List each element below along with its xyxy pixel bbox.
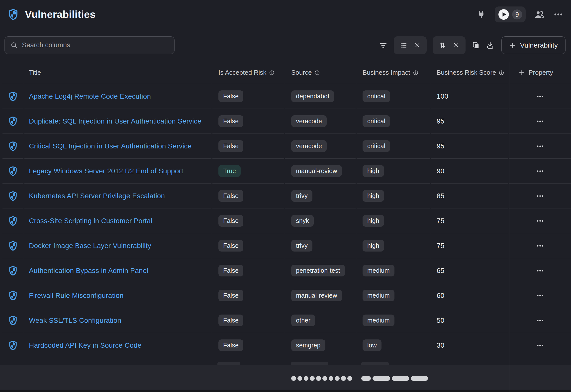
row-actions-button[interactable] [534, 215, 546, 227]
business-risk-score-value: 100 [437, 92, 448, 100]
table-row: Authentication Bypass in Admin Panel Fal… [0, 258, 571, 283]
row-actions-button[interactable] [534, 165, 546, 177]
vulnerability-title-link[interactable]: Legacy Windows Server 2012 R2 End of Sup… [29, 167, 183, 175]
business-risk-score-value: 85 [437, 192, 444, 200]
source-badge: trivy [291, 190, 312, 202]
add-property-button[interactable]: Property [509, 62, 571, 84]
add-vulnerability-button[interactable]: Vulnerability [501, 36, 566, 54]
sorting-chip [433, 36, 466, 54]
ellipsis-icon [536, 342, 544, 349]
ellipsis-icon [536, 118, 544, 125]
partial-badge [291, 362, 328, 365]
table-row: Firewall Rule Misconfiguration False man… [0, 283, 571, 308]
table-row: Legacy Windows Server 2012 R2 End of Sup… [0, 159, 571, 184]
is-accepted-risk-badge: False [218, 315, 243, 326]
row-actions-button[interactable] [534, 90, 546, 103]
row-actions-button[interactable] [534, 264, 546, 277]
plug-icon[interactable] [477, 10, 486, 19]
vulnerability-title-link[interactable]: Critical SQL Injection in User Authentic… [29, 142, 191, 150]
is-accepted-risk-badge: False [218, 265, 243, 276]
header-source: Source [285, 62, 356, 84]
property-column-divider [509, 62, 509, 392]
clear-grouping-icon[interactable] [414, 42, 421, 49]
vulnerability-title-link[interactable]: Firewall Rule Misconfiguration [29, 292, 123, 300]
row-actions-button[interactable] [534, 289, 546, 302]
page-title: Vulnerabilities [25, 9, 95, 20]
ellipsis-icon [536, 167, 544, 175]
is-accepted-risk-badge: False [218, 90, 243, 102]
is-accepted-risk-badge: True [218, 165, 241, 177]
search-input[interactable] [22, 41, 169, 49]
business-impact-badge: high [363, 165, 384, 177]
skeleton-pills [361, 376, 428, 381]
grouping-chip [394, 36, 427, 54]
row-actions-button[interactable] [534, 140, 546, 152]
business-risk-score-value: 50 [437, 317, 444, 325]
source-badge: veracode [291, 140, 327, 152]
ellipsis-icon [536, 242, 544, 250]
business-impact-badge: critical [363, 140, 390, 152]
run-count-badge: 9 [512, 9, 522, 19]
partial-row-strip [0, 358, 571, 365]
copy-icon[interactable] [472, 41, 480, 50]
vulnerability-title-link[interactable]: Authentication Bypass in Admin Panel [29, 267, 148, 275]
table-row: Hardcoded API Key in Source Code False s… [0, 333, 571, 358]
business-risk-score-value: 75 [437, 242, 444, 250]
vulnerability-title-link[interactable]: Kubernetes API Server Privilege Escalati… [29, 192, 165, 200]
plus-icon [509, 42, 516, 49]
table-row: Critical SQL Injection in User Authentic… [0, 134, 571, 159]
row-actions-button[interactable] [534, 314, 546, 327]
search-icon [10, 41, 18, 49]
business-risk-score-value: 95 [437, 142, 444, 150]
row-actions-button[interactable] [534, 115, 546, 128]
row-actions-button[interactable] [534, 339, 546, 352]
vulnerability-title-link[interactable]: Cross-Site Scripting in Customer Portal [29, 217, 152, 225]
app-header: Vulnerabilities 9 [0, 0, 571, 29]
business-impact-badge: high [363, 215, 384, 227]
info-icon[interactable] [269, 70, 275, 75]
is-accepted-risk-badge: False [218, 215, 243, 227]
clear-sorting-icon[interactable] [453, 42, 460, 49]
vulnerability-title-link[interactable]: Weak SSL/TLS Configuration [29, 317, 121, 325]
header-icon-column [2, 62, 23, 84]
add-property-label: Property [529, 69, 553, 76]
list-icon[interactable] [400, 41, 407, 49]
users-icon[interactable] [534, 9, 545, 20]
info-icon[interactable] [314, 70, 320, 75]
sort-icon[interactable] [439, 41, 446, 49]
shield-icon [8, 166, 18, 176]
info-icon[interactable] [499, 70, 504, 75]
vulnerability-title-link[interactable]: Docker Image Base Layer Vulnerability [29, 242, 151, 250]
table-row: Docker Image Base Layer Vulnerability Fa… [0, 233, 571, 258]
ellipsis-icon [536, 192, 544, 200]
business-impact-badge: medium [363, 265, 394, 276]
add-vulnerability-label: Vulnerability [520, 41, 558, 49]
business-risk-score-value: 95 [437, 117, 444, 125]
toolbar: Vulnerability [0, 36, 571, 54]
business-impact-badge: low [363, 339, 381, 351]
ellipsis-icon [536, 93, 544, 100]
download-icon[interactable] [486, 41, 494, 50]
row-actions-button[interactable] [534, 240, 546, 252]
business-risk-score-value: 65 [437, 267, 444, 275]
vulnerability-title-link[interactable]: Hardcoded API Key in Source Code [29, 341, 142, 349]
filter-icon[interactable] [379, 41, 388, 50]
is-accepted-risk-badge: False [218, 140, 243, 152]
vulnerability-title-link[interactable]: Duplicate: SQL Injection in User Authent… [29, 117, 201, 125]
vulnerability-title-link[interactable]: Apache Log4j Remote Code Execution [29, 92, 151, 100]
shield-icon [8, 141, 18, 151]
source-badge: manual-review [291, 165, 342, 177]
more-menu-icon[interactable] [554, 10, 563, 19]
shield-icon [8, 91, 18, 101]
row-actions-button[interactable] [534, 190, 546, 202]
play-icon [498, 9, 509, 20]
header-is-accepted-risk: Is Accepted Risk [212, 62, 284, 84]
info-icon[interactable] [413, 70, 418, 75]
run-button[interactable]: 9 [495, 6, 526, 22]
source-badge: dependabot [291, 90, 334, 102]
business-risk-score-value: 60 [437, 292, 444, 300]
business-impact-badge: medium [363, 290, 394, 301]
shield-icon [8, 316, 18, 326]
shield-icon [8, 291, 18, 301]
is-accepted-risk-badge: False [218, 290, 243, 301]
